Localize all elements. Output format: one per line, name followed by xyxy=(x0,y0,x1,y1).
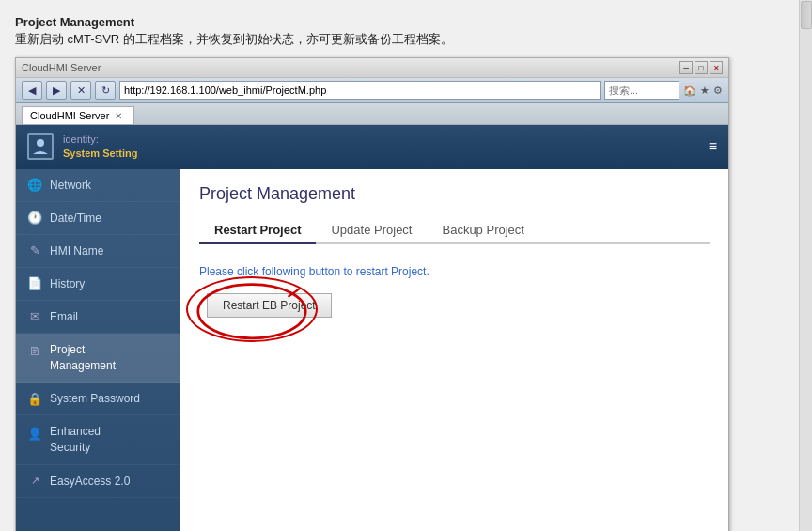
svg-point-0 xyxy=(37,139,44,147)
sidebar-item-projectmgmt[interactable]: 🖹 ProjectManagement xyxy=(16,334,180,383)
sidebar-item-hminame[interactable]: ✎ HMI Name xyxy=(16,235,180,268)
avatar xyxy=(27,133,54,160)
app-header-left: identity: System Setting xyxy=(27,133,137,162)
enhancedsecurity-icon: 👤 xyxy=(27,426,42,441)
browser-scrollbar[interactable] xyxy=(799,0,812,531)
app-container: identity: System Setting ≡ 🌐 Network 🕐 D… xyxy=(16,125,728,531)
easyaccess-icon: ↗ xyxy=(27,474,42,489)
tab-close-icon[interactable]: ✕ xyxy=(115,111,122,121)
tabs-bar: Restart Project Update Project Backup Pr… xyxy=(199,217,710,244)
scrollbar-thumb[interactable] xyxy=(801,1,812,29)
minimize-button[interactable]: ─ xyxy=(679,61,693,74)
page-header: Project Management 重新启动 cMT-SVR 的工程档案，并恢… xyxy=(15,15,797,48)
restart-eb-project-button[interactable]: Restart EB Project xyxy=(207,293,332,318)
address-input[interactable] xyxy=(119,81,601,100)
sidebar-item-hminame-label: HMI Name xyxy=(50,244,103,258)
sidebar-item-history[interactable]: 📄 History xyxy=(16,268,180,301)
instruction-text: Please click following button to restart… xyxy=(199,265,710,278)
app-header: identity: System Setting ≡ xyxy=(16,125,728,169)
page-header-desc: 重新启动 cMT-SVR 的工程档案，并恢复到初始状态，亦可更新或备份工程档案。 xyxy=(15,31,797,48)
back-button[interactable]: ◀ xyxy=(22,81,42,100)
projectmgmt-icon: 🖹 xyxy=(27,344,42,359)
history-icon: 📄 xyxy=(27,276,42,291)
browser-addressbar: ◀ ▶ ✕ ↻ 🏠 ★ ⚙ xyxy=(16,78,728,103)
browser-tab-cloudhmi[interactable]: CloudHMI Server ✕ xyxy=(22,106,134,124)
star-icon[interactable]: ★ xyxy=(700,85,710,97)
browser-window: CloudHMI Server ─ □ ✕ ◀ ▶ ✕ ↻ 🏠 ★ ⚙ Clou… xyxy=(15,57,729,531)
content-body: Please click following button to restart… xyxy=(199,259,710,323)
window-title: CloudHMI Server xyxy=(22,62,101,73)
tab-backup-project[interactable]: Backup Project xyxy=(427,217,539,244)
sidebar-item-email[interactable]: ✉ Email xyxy=(16,301,180,334)
syspassword-icon: 🔒 xyxy=(27,391,42,406)
sidebar-item-projectmgmt-label: ProjectManagement xyxy=(50,342,116,374)
tab-restart-project[interactable]: Restart Project xyxy=(199,217,316,244)
sidebar: 🌐 Network 🕐 Date/Time ✎ HMI Name 📄 Histo… xyxy=(16,169,180,531)
sidebar-item-enhancedsecurity[interactable]: 👤 EnhancedSecurity xyxy=(16,415,180,465)
network-icon: 🌐 xyxy=(27,178,42,193)
sidebar-item-email-label: Email xyxy=(50,310,78,323)
refresh-button[interactable]: ↻ xyxy=(95,81,116,100)
sidebar-item-enhancedsecurity-label: EnhancedSecurity xyxy=(50,424,101,456)
email-icon: ✉ xyxy=(27,309,42,324)
identity-info: identity: System Setting xyxy=(63,133,137,162)
settings-icon[interactable]: ⚙ xyxy=(713,85,723,97)
close-button[interactable]: ✕ xyxy=(710,61,723,74)
browser-titlebar: CloudHMI Server ─ □ ✕ xyxy=(16,58,728,78)
titlebar-controls: ─ □ ✕ xyxy=(679,61,723,74)
hamburger-menu-icon[interactable]: ≡ xyxy=(709,138,717,155)
stop-button[interactable]: ✕ xyxy=(70,81,91,100)
sidebar-item-syspassword[interactable]: 🔒 System Password xyxy=(16,383,180,415)
sidebar-item-network[interactable]: 🌐 Network xyxy=(16,169,180,202)
browser-tabs: CloudHMI Server ✕ xyxy=(16,103,728,125)
home-icon[interactable]: 🏠 xyxy=(683,85,696,97)
sidebar-item-datetime-label: Date/Time xyxy=(50,211,102,225)
sidebar-item-network-label: Network xyxy=(50,179,91,192)
forward-button[interactable]: ▶ xyxy=(46,81,67,100)
identity-label: identity: xyxy=(63,133,99,145)
content-title: Project Management xyxy=(199,184,710,204)
hminame-icon: ✎ xyxy=(27,243,42,258)
search-input[interactable] xyxy=(604,81,679,100)
sidebar-item-datetime[interactable]: 🕐 Date/Time xyxy=(16,202,180,235)
sidebar-item-syspassword-label: System Password xyxy=(50,392,140,405)
sidebar-item-easyaccess[interactable]: ↗ EasyAccess 2.0 xyxy=(16,465,180,498)
app-body: 🌐 Network 🕐 Date/Time ✎ HMI Name 📄 Histo… xyxy=(16,169,728,531)
main-content: Project Management Restart Project Updat… xyxy=(180,169,728,531)
tab-label: CloudHMI Server xyxy=(30,110,109,121)
tab-update-project[interactable]: Update Project xyxy=(316,217,427,244)
page-header-title: Project Management xyxy=(15,15,797,29)
restart-button-container: Restart EB Project xyxy=(207,293,332,318)
sidebar-item-easyaccess-label: EasyAccess 2.0 xyxy=(50,475,130,488)
sidebar-item-history-label: History xyxy=(50,277,85,290)
maximize-button[interactable]: □ xyxy=(695,61,708,74)
datetime-icon: 🕐 xyxy=(27,211,42,226)
identity-value: System Setting xyxy=(63,148,137,159)
